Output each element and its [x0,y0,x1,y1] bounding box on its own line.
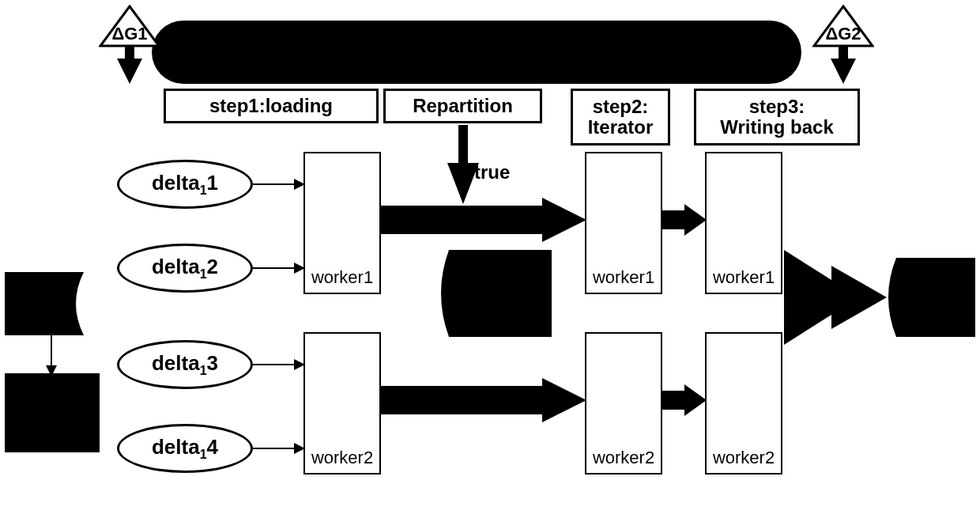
delta4-label: delta14 [152,435,218,462]
step2-l2: Iterator [588,117,654,138]
smallarrow-bottom2 [662,384,707,416]
svg-marker-18 [684,204,707,236]
repartition-box: Repartition [383,89,542,123]
line-d3-w2 [253,364,297,365]
svg-rect-1 [125,46,134,60]
step1-loading-box: step1:loading [164,89,379,123]
arrow-g1-down [117,46,142,84]
svg-marker-2 [117,59,142,84]
delta1-label: delta11 [152,171,218,198]
svg-rect-13 [381,206,547,234]
smallarrow-top2 [662,204,707,236]
step1-loading-label: step1:loading [209,96,333,116]
col1-worker2-box: worker2 [303,332,381,475]
top-pill-bar [152,21,801,84]
svg-marker-16 [542,378,586,422]
left-rect-bottom [5,373,100,452]
delta2-label: delta12 [152,255,218,282]
col3-worker2-box: worker2 [705,332,782,475]
col1-worker1-label: worker1 [311,267,373,288]
triangle-g1-label: ΔG1 [99,24,160,44]
delta3-ellipse: delta13 [117,340,253,389]
delta1-ellipse: delta11 [117,160,253,209]
svg-rect-4 [839,46,848,60]
bigarrow-top1 [381,198,586,242]
col1-worker1-box: worker1 [303,152,381,294]
svg-rect-6 [458,125,468,164]
svg-rect-19 [662,391,686,410]
svg-rect-17 [662,210,686,229]
delta2-ellipse: delta12 [117,244,253,293]
line-d1-w1 [253,183,297,185]
col2-worker2-label: worker2 [593,448,654,468]
arrow-g2-down [831,46,856,84]
svg-marker-20 [684,384,707,416]
step2-l1: step2: [593,96,649,117]
col2-worker1-label: worker1 [593,267,654,288]
svg-marker-22 [831,266,887,329]
svg-marker-14 [542,198,586,242]
svg-marker-5 [831,59,856,84]
step3-writing-box: step3: Writing back [694,89,860,146]
col1-worker2-label: worker2 [311,448,373,468]
bigarrow-bottom1 [381,378,586,422]
svg-marker-21 [784,250,831,345]
mid-curveblock [433,250,552,337]
true-label: true [474,161,510,183]
left-curveblock-top [5,272,100,335]
triangle-g2-label: ΔG2 [812,24,874,44]
repartition-label: Repartition [413,96,513,116]
line-d2-w1 [253,267,297,269]
delta3-label: delta13 [152,351,218,378]
line-d4-w2 [253,448,297,449]
output-fan-arrow [784,250,887,345]
col3-worker1-label: worker1 [713,267,775,288]
col2-worker2-box: worker2 [585,332,662,475]
step3-l2: Writing back [720,117,834,138]
step3-l1: step3: [749,96,805,117]
col2-worker1-box: worker1 [585,152,662,294]
svg-rect-15 [381,386,547,414]
step2-iterator-box: step2: Iterator [571,89,670,146]
col3-worker1-box: worker1 [705,152,782,294]
output-curve-block [880,258,975,337]
delta4-ellipse: delta14 [117,424,253,473]
col3-worker2-label: worker2 [713,448,775,468]
